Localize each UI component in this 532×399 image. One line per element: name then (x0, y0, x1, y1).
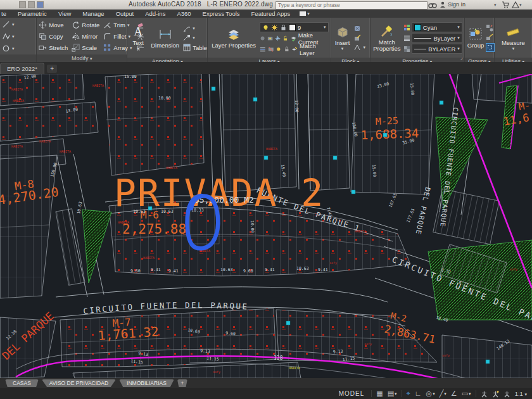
annotation-visibility-icon[interactable] (481, 390, 488, 398)
search-input[interactable]: Type a keyword or phrase (276, 1, 428, 10)
layout-tab-aviso[interactable]: AVISO DE PRIVACIDAD (42, 379, 116, 387)
user-icon[interactable] (440, 1, 446, 9)
layer-isolate-icon[interactable] (267, 35, 273, 42)
tab-featured-apps[interactable]: Featured Apps (246, 10, 296, 17)
block-attributes-icon[interactable]: ▾ (353, 44, 365, 51)
dimension-button[interactable]: Dimension (149, 18, 181, 58)
layer-unlock-icon[interactable] (282, 35, 288, 42)
multileader-button[interactable]: ▾ (183, 34, 207, 42)
search-binoculars-icon[interactable] (428, 1, 437, 9)
insert-button[interactable]: Insert▾ (333, 18, 352, 58)
m25-label: M-25 (376, 115, 399, 127)
annotation-autoscale-icon[interactable] (492, 390, 499, 398)
draw-tool-2[interactable]: ▾ (2, 31, 15, 42)
new-layout-button[interactable]: + (177, 379, 187, 387)
copy-button[interactable]: Copy (39, 31, 68, 42)
mirror-button[interactable]: Mirror (72, 31, 99, 42)
save-icon[interactable] (37, 1, 44, 8)
dimension-label: 10.63 (161, 209, 174, 214)
panel-annotation-label[interactable]: Annotation ▾ (127, 58, 207, 62)
tab-parametric[interactable]: Parametric (12, 10, 53, 17)
ortho-mode-icon[interactable]: ∟ (415, 388, 422, 399)
panel-draw-label[interactable] (0, 54, 36, 62)
layer-lock-fade-icon[interactable] (284, 46, 290, 53)
dimension-label: 10.00 (158, 96, 171, 101)
ungroup-icon[interactable] (486, 24, 493, 32)
draw-tool-1[interactable]: ▾ (2, 19, 15, 30)
new-icon[interactable] (19, 1, 26, 8)
open-icon[interactable] (28, 1, 35, 8)
ribbon-display-toggle[interactable]: ▾ (300, 11, 310, 16)
marker-label: HABITA (289, 366, 300, 370)
grid-toggle-icon[interactable]: ▦ (376, 388, 383, 399)
qat-dropdown-icon[interactable]: ▾ (46, 3, 48, 8)
rotate-button[interactable]: Rotate (72, 20, 99, 30)
annotation-scale-value[interactable]: 1:1 ▾ (515, 390, 527, 397)
layer-walk-icon[interactable] (260, 46, 266, 53)
panel-utilities-label[interactable]: Utilities ▾ (495, 58, 532, 62)
sign-in-link[interactable]: Sign In (448, 1, 466, 8)
panel-layers-label[interactable]: Layers ▾ (208, 58, 330, 62)
create-block-icon[interactable] (353, 25, 361, 32)
text-button[interactable]: A Text▾ (129, 18, 147, 58)
match-layer-button[interactable]: Match Layer (300, 42, 329, 56)
move-label: Move (49, 22, 63, 28)
leader-button[interactable]: ▾ (183, 25, 207, 32)
group-selection-toggle-icon[interactable] (486, 43, 495, 52)
osnap-tracking-icon[interactable]: ∠ (451, 388, 457, 399)
tab-annotate-partial[interactable]: te (0, 10, 12, 17)
tab-addins[interactable]: Add-ins (139, 10, 171, 17)
edit-block-icon[interactable] (353, 34, 361, 42)
move-button[interactable]: Move (39, 20, 68, 30)
insert-label: Insert (335, 40, 350, 46)
layer-off-icon[interactable] (260, 35, 265, 42)
new-drawing-tab-button[interactable]: + (47, 65, 57, 73)
snap-mode-icon[interactable]: ▤▾ (388, 388, 397, 399)
panel-properties-label[interactable]: Properties ▾⌟ (370, 58, 464, 62)
annotation-scale-icon[interactable] (504, 390, 510, 398)
isometric-drafting-icon[interactable]: ╱▾ (440, 388, 446, 399)
tab-view[interactable]: View (53, 10, 77, 17)
layout-tab-casas[interactable]: CASAS (5, 379, 39, 387)
tab-a360[interactable]: A360 (171, 10, 196, 17)
draw-tool-3[interactable]: ▾ (2, 43, 15, 54)
group-button[interactable]: Group (467, 18, 484, 58)
ribbon-display-icon (300, 11, 306, 16)
marker-label: sofy (213, 370, 220, 374)
panel-groups-label[interactable]: Groups ▾ (465, 58, 494, 62)
cart-icon[interactable] (502, 1, 509, 9)
object-snap-icon[interactable]: ▭▾ (462, 388, 471, 399)
tab-express-tools[interactable]: Express Tools (197, 10, 246, 17)
properties-launcher-icon[interactable]: ⌟ (460, 58, 463, 61)
tab-manage[interactable]: Manage (77, 10, 110, 17)
object-color-select[interactable]: Cyan ▾ (412, 22, 462, 32)
scale-button[interactable]: Scale (72, 42, 99, 53)
layer-freeze-icon[interactable] (275, 35, 281, 42)
measure-button[interactable]: Measure▾ (500, 18, 527, 58)
model-space-map[interactable]: CIRCUITO FUENTE DEL PARQUE FUENTE DEL PA… (0, 74, 532, 378)
linetype-select[interactable]: BYLAYER ▾ (412, 44, 462, 54)
tab-output[interactable]: Output (110, 10, 140, 17)
file-tab-active[interactable]: ERO 2022* (0, 63, 44, 74)
group-edit-icon[interactable] (486, 34, 493, 41)
quick-access-toolbar[interactable]: ▾ (19, 1, 48, 8)
lineweight-select[interactable]: ByLayer ▾ (412, 33, 462, 43)
app-store-icon[interactable]: ▾ (512, 1, 522, 9)
drawing-canvas[interactable]: CIRCUITO FUENTE DEL PARQUE FUENTE DEL PA… (0, 74, 532, 378)
dimension-label: 128 (274, 355, 283, 361)
linetype-value: BYLAYER (428, 46, 455, 53)
layer-thaw-all-icon[interactable] (276, 46, 282, 53)
match-properties-button[interactable]: Match Properties (372, 18, 402, 58)
layer-properties-button[interactable]: Layer Properties (210, 18, 258, 58)
privada-2-label: PRIVADA 2 (114, 172, 324, 215)
model-space-button[interactable]: MODEL (339, 390, 365, 397)
panel-modify-label[interactable]: Modify ▾ (37, 54, 127, 62)
dynamic-input-icon[interactable]: ⌖ (407, 388, 410, 399)
layout-tab-inmobiliarias[interactable]: INMOBILIARIAS (119, 379, 174, 387)
panel-block-label[interactable]: Block ▾ (331, 58, 370, 62)
signin-dropdown-icon[interactable]: ▾ (494, 1, 497, 9)
polar-tracking-icon[interactable]: ◎▾ (426, 388, 435, 399)
stretch-button[interactable]: Stretch (39, 42, 68, 53)
table-button[interactable]: Table (183, 44, 207, 51)
layer-unisolate-icon[interactable] (268, 46, 274, 53)
